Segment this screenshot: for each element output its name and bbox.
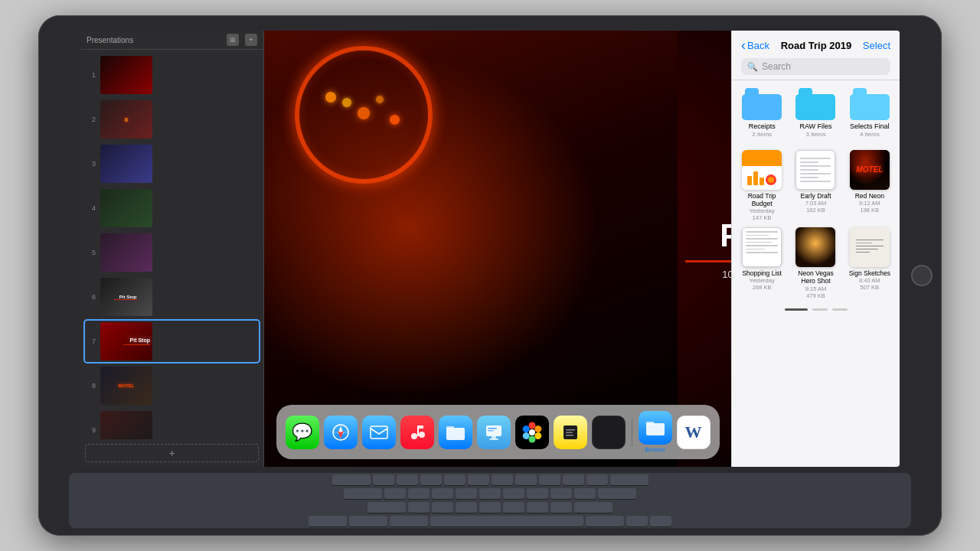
home-button[interactable]	[911, 265, 933, 286]
folder-selects-final[interactable]: Selects Final 4 items	[846, 88, 893, 138]
key-right[interactable]	[650, 516, 671, 527]
slide-item-1[interactable]: 1	[85, 54, 259, 96]
key-u[interactable]	[515, 474, 537, 485]
file-road-trip-budget[interactable]: Road Trip Budget Yesterday 147 KB	[738, 150, 786, 221]
key-c[interactable]	[456, 502, 477, 513]
key-s[interactable]	[408, 488, 430, 499]
dock-browse-area[interactable]: Browse	[639, 411, 672, 453]
key-f[interactable]	[456, 488, 477, 499]
key-m[interactable]	[550, 502, 572, 513]
slide-item-9[interactable]: 9	[85, 409, 259, 439]
key-j[interactable]	[527, 488, 548, 499]
key-o[interactable]	[563, 474, 584, 485]
files-search-bar[interactable]: 🔍 Search	[741, 58, 890, 75]
key-r[interactable]	[444, 474, 466, 485]
dock-browse-button[interactable]	[639, 411, 672, 445]
file-neon-vegas[interactable]: Neon Vegas Hero Shot 9:15 AM 479 KB	[792, 227, 839, 298]
slides-list: 1 2 8 3	[80, 50, 263, 439]
key-z[interactable]	[408, 502, 430, 513]
keynote-icon	[485, 423, 503, 442]
dock-separator	[632, 419, 632, 446]
slide-thumb-4	[100, 189, 152, 227]
files-panel: Back Road Trip 2019 Select 🔍 Search	[731, 31, 900, 467]
key-w[interactable]	[397, 474, 418, 485]
keyboard-row-4	[90, 516, 890, 527]
file-sign-sketches[interactable]: Sign Sketches 8:40 AM 507 KB	[846, 227, 893, 298]
key-x[interactable]	[432, 502, 453, 513]
dock-app-photos[interactable]	[515, 416, 549, 449]
panel-add-icon[interactable]: +	[245, 34, 257, 46]
pagination-dots	[738, 308, 893, 311]
key-d[interactable]	[432, 488, 453, 499]
key-space[interactable]	[430, 516, 583, 527]
keyboard-row-1	[90, 474, 890, 485]
key-alt[interactable]	[349, 516, 387, 527]
dock-app-messages[interactable]: 💬	[286, 416, 319, 449]
dock-app-keynote[interactable]	[477, 416, 511, 449]
file-date-shopping: Yesterday	[750, 277, 775, 284]
key-ctrl[interactable]	[309, 516, 347, 527]
folder-raw-files[interactable]: RAW Files 3 items	[792, 88, 839, 138]
key-t[interactable]	[468, 474, 489, 485]
key-n[interactable]	[527, 502, 548, 513]
key-caps[interactable]	[344, 488, 382, 499]
dock-app-dark[interactable]	[592, 416, 626, 449]
key-l[interactable]	[574, 488, 596, 499]
dock-app-music[interactable]	[400, 416, 434, 449]
slide-item-2[interactable]: 2 8	[85, 99, 259, 140]
file-name-draft: Early Draft	[800, 192, 831, 200]
slide-thumb-9	[100, 411, 152, 439]
panel-grid-icon[interactable]: ⊞	[227, 34, 239, 46]
slide-item-4[interactable]: 4	[85, 187, 259, 229]
slide-item-8[interactable]: 8 MOTEL	[85, 365, 259, 406]
dock-app-mail[interactable]	[362, 416, 396, 449]
add-slide-icon: +	[168, 447, 175, 459]
folder-receipts[interactable]: Receipts 2 items	[738, 88, 786, 138]
key-k[interactable]	[550, 488, 572, 499]
add-slide-button[interactable]: +	[85, 444, 259, 462]
key-v[interactable]	[479, 502, 501, 513]
key-y[interactable]	[492, 474, 513, 485]
file-name-budget: Road Trip Budget	[738, 192, 786, 207]
key-delete[interactable]	[610, 474, 648, 485]
file-red-neon[interactable]: MOTEL Red Neon 9:12 AM 198 KB	[846, 150, 893, 221]
key-return[interactable]	[598, 488, 636, 499]
file-early-draft[interactable]: Early Draft 7:03 AM 182 KB	[792, 150, 839, 221]
file-thumb-neon: MOTEL	[850, 150, 890, 190]
files-select-button[interactable]: Select	[863, 40, 890, 51]
key-h[interactable]	[503, 488, 524, 499]
key-shift-left[interactable]	[368, 502, 406, 513]
svg-rect-22	[646, 422, 654, 425]
key-q[interactable]	[373, 474, 394, 485]
slide-item-7[interactable]: 7 Pit Stop	[85, 321, 259, 362]
key-i[interactable]	[539, 474, 560, 485]
slide-item-5[interactable]: 5	[85, 232, 259, 273]
dock-app-files[interactable]	[439, 416, 472, 449]
key-b[interactable]	[503, 502, 524, 513]
page-dot-2	[812, 308, 828, 311]
key-cmd-right[interactable]	[586, 516, 624, 527]
files-back-button[interactable]: Back	[741, 38, 769, 52]
file-size-hero: 479 KB	[806, 292, 825, 299]
key-a[interactable]	[384, 488, 406, 499]
safari-icon	[332, 423, 350, 442]
slide-num-5: 5	[87, 249, 96, 256]
dock-app-notes[interactable]	[554, 416, 587, 449]
dock-app-word[interactable]: W	[677, 416, 710, 449]
svg-rect-19	[566, 432, 573, 433]
slide-item-6[interactable]: 6 Pit Stop	[85, 276, 259, 318]
key-left[interactable]	[626, 516, 648, 527]
key-g[interactable]	[479, 488, 501, 499]
slide-num-1: 1	[87, 71, 96, 79]
key-shift-right[interactable]	[574, 502, 612, 513]
file-shopping-list[interactable]: Shopping List Yesterday 268 KB	[738, 227, 786, 298]
key-e[interactable]	[420, 474, 442, 485]
dock-app-safari[interactable]	[324, 416, 358, 449]
key-tab[interactable]	[332, 474, 371, 485]
key-p[interactable]	[586, 474, 608, 485]
slide-num-8: 8	[87, 382, 96, 390]
file-name-hero: Neon Vegas Hero Shot	[792, 269, 839, 285]
key-cmd[interactable]	[390, 516, 428, 527]
slide-item-3[interactable]: 3	[85, 143, 259, 184]
file-thumb-hero	[795, 227, 835, 267]
